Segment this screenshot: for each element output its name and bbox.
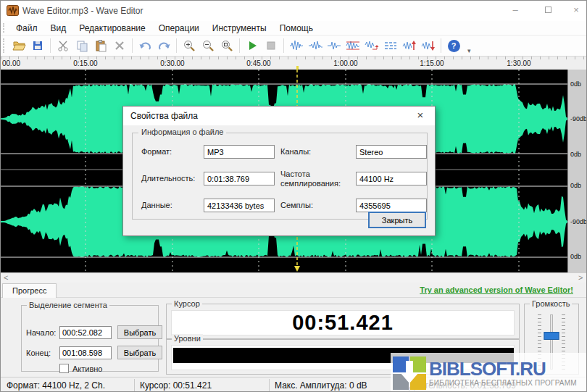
scroll-right-icon[interactable]: > bbox=[578, 273, 583, 283]
scroll-left-icon[interactable]: < bbox=[4, 273, 8, 283]
stop-button[interactable] bbox=[262, 37, 280, 54]
dialog-close-button[interactable]: Закрыть bbox=[368, 212, 426, 228]
undo-icon bbox=[138, 39, 152, 53]
watermark-title: BIBLSOFT.RU bbox=[429, 359, 577, 378]
help-button[interactable]: ? bbox=[444, 37, 463, 54]
volume-handle[interactable] bbox=[544, 332, 559, 340]
delete-button[interactable] bbox=[110, 37, 129, 54]
wave-insert-icon bbox=[365, 39, 379, 52]
wave-maximize-button[interactable] bbox=[287, 37, 306, 54]
segment-end-input[interactable] bbox=[59, 346, 112, 359]
menu-operations[interactable]: Операции bbox=[152, 22, 206, 35]
menu-view[interactable]: Вид bbox=[44, 22, 73, 35]
cursor-group-label: Курсор bbox=[172, 299, 202, 308]
paste-icon bbox=[94, 39, 107, 52]
tab-bar: Прогресс Try an advanced version of Wave… bbox=[1, 283, 587, 298]
menu-tools[interactable]: Инструменты bbox=[206, 22, 273, 35]
duration-input[interactable] bbox=[204, 172, 275, 185]
maximize-icon bbox=[545, 7, 551, 13]
open-folder-icon bbox=[12, 39, 26, 53]
zoom-in-button[interactable] bbox=[180, 37, 199, 54]
segment-group-label: Выделение сегмента bbox=[27, 301, 109, 309]
redo-button[interactable] bbox=[154, 37, 173, 54]
paste-button[interactable] bbox=[91, 37, 110, 54]
wave-gain-down-icon bbox=[421, 39, 436, 52]
wave-fade-button[interactable] bbox=[306, 37, 325, 54]
save-icon bbox=[31, 39, 44, 52]
time-ruler[interactable]: 00.000:15.000:30.000:45.001:00.001:15.00… bbox=[1, 56, 587, 70]
cut-button[interactable] bbox=[54, 37, 72, 54]
save-button[interactable] bbox=[28, 37, 47, 54]
toolbar-grip bbox=[3, 23, 6, 33]
toolbar-separator bbox=[50, 38, 51, 53]
wave-clip-icon bbox=[346, 39, 360, 52]
menu-edit[interactable]: Редактирование bbox=[72, 22, 151, 35]
wave-insert-button[interactable] bbox=[362, 37, 381, 54]
status-max-amplitude: Макс. Амплитуда: 0 dB bbox=[275, 380, 367, 391]
cursor-display: 00:51.421 bbox=[171, 310, 515, 335]
menu-bar: Файл Вид Редактирование Операции Инструм… bbox=[1, 21, 587, 36]
zoom-out-button[interactable] bbox=[199, 37, 217, 54]
db-scale-label: 0db bbox=[570, 253, 581, 260]
ruler-tick-label: 1:30.00 bbox=[507, 59, 530, 67]
db-scale-label: -90db bbox=[570, 115, 587, 122]
toolbar: ? ▾ bbox=[1, 36, 587, 56]
wave-blocks-button[interactable] bbox=[381, 37, 400, 54]
copy-button[interactable] bbox=[72, 37, 91, 54]
toolbar-separator bbox=[132, 38, 133, 53]
wave-gain-up-button[interactable] bbox=[400, 37, 419, 54]
wave-gain-down-button[interactable] bbox=[419, 37, 438, 54]
promo-link[interactable]: Try an advanced version of Wave Editor! bbox=[420, 285, 573, 294]
db-scale-label: 0db bbox=[570, 151, 581, 158]
file-info-group-label: Информация о файле bbox=[138, 128, 226, 136]
stop-icon bbox=[265, 39, 278, 52]
segment-active-label: Активно bbox=[72, 364, 103, 373]
open-file-button[interactable] bbox=[9, 37, 28, 54]
minimize-button[interactable]: – bbox=[499, 1, 531, 21]
app-icon bbox=[7, 4, 19, 17]
cut-icon bbox=[57, 39, 70, 52]
segment-start-input[interactable] bbox=[59, 326, 112, 339]
segment-active-checkbox[interactable] bbox=[59, 364, 69, 373]
wave-compress-button[interactable] bbox=[325, 37, 344, 54]
window-title: Wave Editor.mp3 - Wave Editor bbox=[22, 6, 143, 16]
maximize-button[interactable] bbox=[532, 1, 564, 21]
samples-input[interactable] bbox=[356, 199, 427, 212]
undo-button[interactable] bbox=[136, 37, 154, 54]
dialog-title-bar[interactable]: Свойства файла × bbox=[123, 107, 435, 125]
zoom-in-icon bbox=[183, 39, 196, 53]
title-bar: Wave Editor.mp3 - Wave Editor – × bbox=[1, 1, 587, 21]
menu-help[interactable]: Помощь bbox=[273, 22, 320, 35]
ruler-tick-label: 0:15.00 bbox=[73, 59, 97, 67]
db-scale-label: 0db bbox=[570, 80, 581, 88]
tab-progress[interactable]: Прогресс bbox=[2, 283, 57, 298]
data-size-label: Данные: bbox=[141, 201, 204, 210]
toolbar-overflow-button[interactable]: ▾ bbox=[467, 47, 471, 56]
close-button[interactable]: × bbox=[565, 1, 587, 21]
data-size-input[interactable] bbox=[204, 199, 275, 212]
segment-selection-group: Выделение сегмента Начало: Выбрать Конец… bbox=[21, 305, 159, 372]
db-scale: 0db-90db0db0db-90db0db bbox=[567, 70, 587, 272]
volume-group-label: Громкость bbox=[530, 299, 572, 308]
wave-clip-button[interactable] bbox=[344, 37, 362, 54]
redo-icon bbox=[157, 39, 171, 53]
waveform-scrollbar[interactable]: < > bbox=[1, 272, 587, 283]
status-divider bbox=[134, 379, 135, 392]
segment-start-select-button[interactable]: Выбрать bbox=[117, 325, 162, 339]
ruler-tick-label: 1:00.00 bbox=[333, 59, 357, 67]
channels-input[interactable] bbox=[356, 145, 427, 159]
play-icon bbox=[246, 39, 259, 52]
play-button[interactable] bbox=[243, 37, 262, 54]
wave-blocks-icon bbox=[383, 39, 398, 52]
wave-gain-up-icon bbox=[402, 39, 417, 52]
menu-file[interactable]: Файл bbox=[9, 22, 44, 35]
format-label: Формат: bbox=[141, 147, 204, 157]
toolbar-separator bbox=[441, 38, 441, 53]
format-input[interactable] bbox=[204, 145, 275, 159]
dialog-close-icon[interactable]: × bbox=[413, 109, 428, 121]
zoom-selection-button[interactable] bbox=[217, 37, 236, 54]
toolbar-separator bbox=[176, 38, 177, 53]
segment-end-select-button[interactable]: Выбрать bbox=[117, 346, 162, 359]
sample-rate-input[interactable] bbox=[356, 172, 427, 185]
duration-label: Длительность: bbox=[141, 174, 204, 183]
